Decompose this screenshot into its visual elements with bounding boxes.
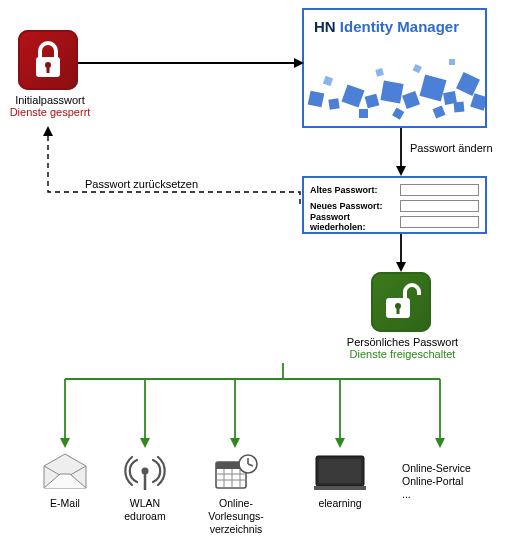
svg-marker-43: [435, 438, 445, 448]
change-password-label: Passwort ändern: [410, 142, 493, 154]
reset-password-label: Passwort zurücksetzen: [85, 178, 198, 190]
svg-rect-5: [341, 84, 364, 107]
svg-rect-9: [420, 75, 447, 102]
svg-rect-16: [432, 105, 445, 118]
old-password-label: Altes Passwort:: [310, 185, 400, 195]
svg-rect-58: [319, 459, 361, 483]
identity-manager-name: Identity Manager: [340, 18, 459, 35]
arrow-manager-to-form: [394, 128, 408, 176]
hn-prefix: HN: [314, 18, 336, 35]
svg-rect-14: [359, 109, 368, 118]
svg-marker-22: [294, 58, 304, 68]
svg-marker-24: [396, 166, 406, 176]
svg-rect-8: [402, 91, 420, 109]
lock-open-icon: [371, 272, 431, 332]
repeat-password-label: Passwort wiederholen:: [310, 212, 400, 232]
svg-rect-11: [456, 72, 480, 96]
service-email: [40, 452, 90, 492]
email-icon: [40, 452, 90, 492]
svg-rect-2: [47, 66, 50, 73]
svg-rect-6: [365, 94, 380, 109]
service-online-portal-label: Online-Service Online-Portal ...: [402, 462, 492, 501]
arrow-reset-password: [42, 124, 307, 204]
svg-marker-42: [335, 438, 345, 448]
svg-marker-27: [396, 262, 406, 272]
initial-password-status: Dienste gesperrt: [5, 106, 95, 118]
svg-rect-13: [470, 93, 487, 111]
new-password-label: Neues Passwort:: [310, 201, 400, 211]
svg-point-46: [142, 468, 149, 475]
wifi-icon: [120, 452, 170, 492]
svg-marker-40: [140, 438, 150, 448]
arrow-initial-to-manager: [78, 55, 304, 71]
personal-password-caption: Persönliches Passwort Dienste freigescha…: [345, 336, 460, 360]
svg-rect-15: [392, 108, 404, 120]
svg-rect-4: [328, 98, 339, 109]
service-elearning-label: elearning: [310, 497, 370, 510]
svg-rect-59: [314, 486, 366, 490]
svg-marker-25: [43, 126, 53, 136]
service-email-label: E-Mail: [32, 497, 98, 510]
monitor-icon: [312, 452, 368, 492]
new-password-input[interactable]: [400, 200, 479, 212]
initial-password-caption: Initialpasswort Dienste gesperrt: [5, 94, 95, 118]
old-password-input[interactable]: [400, 184, 479, 196]
identity-manager-box: HN Identity Manager: [302, 8, 487, 128]
service-wlan: [120, 452, 170, 492]
repeat-password-input[interactable]: [400, 216, 479, 228]
svg-rect-30: [397, 307, 400, 314]
svg-rect-20: [449, 59, 455, 65]
service-vvz: [210, 452, 260, 492]
initial-password-label: Initialpasswort: [5, 94, 95, 106]
svg-rect-3: [308, 91, 325, 108]
svg-rect-12: [454, 102, 465, 113]
svg-marker-41: [230, 438, 240, 448]
initial-password-node: [18, 30, 78, 90]
personal-password-status: Dienste freigeschaltet: [345, 348, 460, 360]
arrow-form-to-personal: [394, 234, 408, 272]
svg-rect-18: [375, 68, 384, 77]
cubes-graphic-icon: [304, 37, 487, 127]
service-wlan-label: WLAN eduroam: [112, 497, 178, 523]
svg-rect-17: [323, 76, 333, 86]
lock-closed-icon: [18, 30, 78, 90]
svg-rect-19: [413, 64, 422, 73]
password-form: Altes Passwort: Neues Passwort: Passwort…: [302, 176, 487, 234]
service-elearning: [312, 452, 368, 492]
identity-manager-title: HN Identity Manager: [304, 10, 485, 35]
personal-password-node: [371, 272, 431, 332]
svg-marker-39: [60, 438, 70, 448]
calendar-icon: [210, 452, 260, 492]
personal-password-label: Persönliches Passwort: [345, 336, 460, 348]
service-vvz-label: Online- Vorlesungs- verzeichnis: [200, 497, 272, 536]
services-branch-arrows: [0, 363, 505, 453]
svg-rect-7: [380, 80, 403, 103]
